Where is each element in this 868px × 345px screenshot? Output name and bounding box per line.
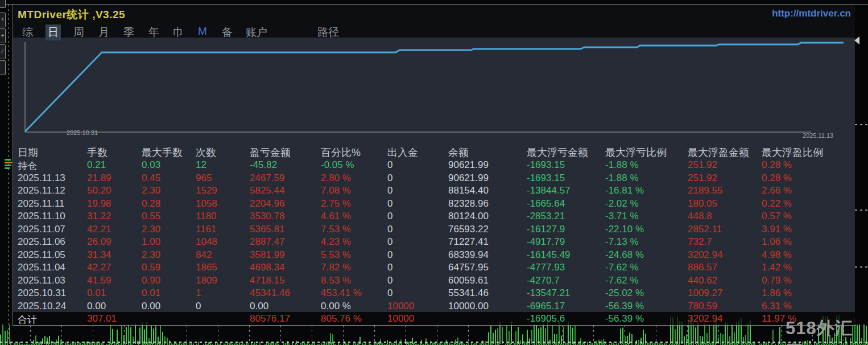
cell: 0.01 — [87, 288, 106, 299]
cell: 41.59 — [87, 275, 111, 286]
cell: 90621.99 — [448, 159, 489, 171]
cell: 0 — [387, 198, 392, 210]
cell: -7.62 % — [605, 262, 639, 273]
cell: 4698.34 — [250, 262, 284, 273]
cell: 10000.00 — [448, 301, 489, 312]
cell: 80576.17 — [250, 313, 290, 325]
cell: 64757.95 — [448, 262, 489, 273]
cell: 持仓 — [18, 159, 37, 172]
cell: 1.86 % — [762, 288, 792, 299]
cell: 0 — [387, 249, 392, 261]
cell: 2204.96 — [250, 198, 284, 210]
panel-header-band — [13, 5, 855, 38]
cell: 1.06 % — [762, 236, 792, 248]
cell: -56.39 % — [605, 301, 644, 312]
cell: 2.30 — [142, 249, 160, 261]
watermark: 518外汇网 — [786, 317, 868, 345]
cell: 1058 — [196, 198, 217, 210]
cell: 2025.11.11 — [18, 198, 65, 210]
cell: 0.03 — [142, 159, 160, 171]
cell: -2.02 % — [605, 198, 639, 210]
cell: -45.82 — [250, 159, 277, 171]
cell: 82328.96 — [448, 198, 489, 210]
column-header: 手数 — [87, 146, 108, 159]
cell: -1.88 % — [605, 159, 639, 171]
cell: -7.62 % — [605, 275, 639, 286]
cell: 180.05 — [688, 198, 717, 210]
cell: 1 — [196, 288, 201, 299]
cell: 0.21 — [87, 159, 106, 171]
cell: 2025.11.10 — [18, 211, 65, 222]
cell: 12 — [196, 159, 206, 171]
mt4-terminal-background: ⚡ ⌖ ∕ MTDriver统计 ,V3.25 http://mtdriver.… — [0, 0, 868, 345]
trendline-tool-icon[interactable]: ∕ — [0, 44, 6, 59]
cell: -1.88 % — [605, 172, 639, 184]
cell: 10000 — [387, 313, 414, 325]
crosshair-tool-icon[interactable]: ⌖ — [0, 28, 6, 43]
candlestick-fragment — [5, 162, 12, 163]
table-row: 2025.11.0442.270.5918654698.347.82 %0647… — [13, 262, 855, 274]
cell: 0.28 — [142, 198, 160, 210]
cell: 4.98 % — [762, 249, 792, 261]
cell: 45341.46 — [250, 288, 290, 299]
cell: 76593.22 — [448, 224, 489, 235]
cell: 251.92 — [688, 159, 717, 171]
cell: -13547.21 — [527, 288, 571, 299]
cell: 88154.40 — [448, 185, 489, 196]
cell: 19.98 — [87, 198, 111, 210]
cell: 50.20 — [87, 185, 111, 196]
cell: 0.90 — [142, 275, 160, 286]
shapes-tool-icon[interactable] — [0, 60, 6, 75]
cell: 965 — [196, 172, 212, 184]
cell: -1665.64 — [527, 198, 565, 210]
equity-curve-line — [25, 43, 844, 132]
cell: 440.62 — [688, 275, 717, 286]
panel-url-link[interactable]: http://mtdriver.cn — [772, 8, 851, 19]
cell: -1693.15 — [527, 172, 565, 184]
cell: 3202.94 — [688, 249, 722, 261]
cell: 2025.10.24 — [18, 301, 66, 312]
cell: 453.41 % — [321, 288, 362, 299]
cursor-tool-icon[interactable]: ⚡ — [0, 13, 6, 27]
cell: 1865 — [196, 262, 217, 273]
cell: 2.66 % — [762, 185, 792, 196]
cell: 90621.99 — [448, 172, 489, 184]
cell: 4.23 % — [321, 236, 351, 248]
column-header: 出入金 — [387, 146, 418, 159]
cell: 10000 — [387, 301, 414, 312]
column-header: 最大浮盈金额 — [688, 146, 749, 159]
cell: 842 — [196, 249, 212, 261]
cell: 合计 — [18, 313, 37, 326]
cell: 0 — [387, 236, 392, 248]
equity-curve-chart — [13, 38, 855, 147]
column-header: 最大浮亏金额 — [527, 146, 588, 159]
cell: 2025.10.31 — [18, 288, 66, 299]
cell: 8.53 % — [321, 275, 351, 286]
time-axis-dashed-line — [0, 342, 868, 343]
cell: 5365.81 — [250, 224, 284, 235]
cell: 31.22 — [87, 211, 111, 222]
mtdriver-stats-panel: MTDriver统计 ,V3.25 http://mtdriver.cn 综日周… — [13, 5, 856, 326]
tab-M[interactable]: M — [198, 25, 207, 38]
cell: 780.59 — [688, 301, 717, 312]
cell: -4917.79 — [527, 236, 565, 248]
cell: -4270.7 — [527, 275, 560, 286]
grid-vertical-dashed-line — [8, 5, 9, 342]
cell: 2.80 % — [321, 172, 351, 184]
cell: 0 — [196, 301, 201, 312]
cell: 307.01 — [87, 313, 117, 325]
cell: 0 — [387, 211, 392, 222]
cell: -0.05 % — [321, 159, 354, 171]
toolbar-icon-partial[interactable] — [0, 0, 6, 8]
cell: 1009.27 — [688, 288, 722, 299]
cell: 0.57 % — [762, 211, 792, 222]
cell: 448.8 — [688, 211, 712, 222]
table-row: 2025.10.240.000.0000.000.00 %1000010000.… — [13, 301, 855, 313]
column-header: 最大手数 — [142, 146, 183, 159]
cell: -16.81 % — [605, 185, 644, 196]
column-header: 余额 — [448, 146, 469, 159]
cell: 31.34 — [87, 249, 111, 261]
price-scale-dash — [855, 266, 867, 268]
table-row: 2025.10.310.010.01145341.46453.41 %05534… — [13, 288, 855, 300]
cell: 0.55 — [142, 211, 160, 222]
